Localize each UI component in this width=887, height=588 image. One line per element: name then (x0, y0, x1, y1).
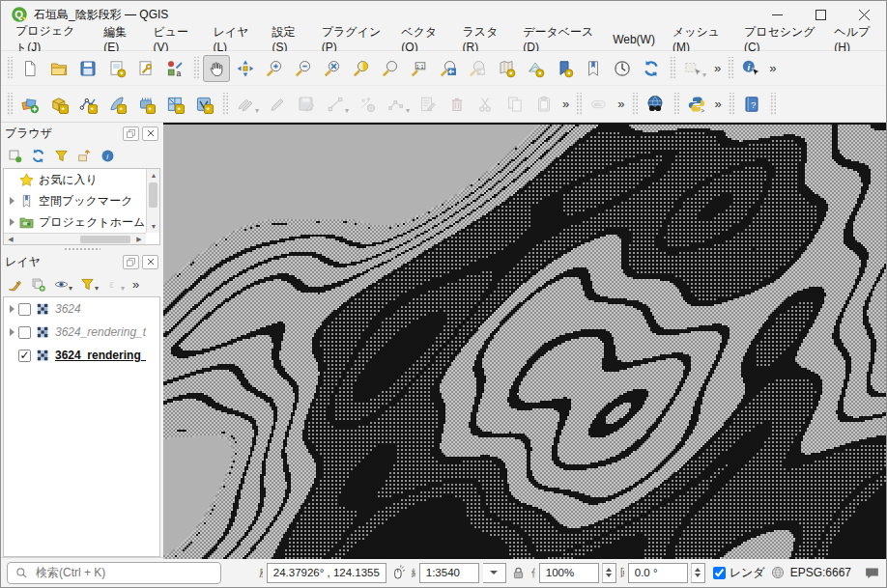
layer-row-3624_rendering_h[interactable]: ✓3624_rendering_h (4, 344, 146, 367)
new-map-view-button[interactable] (493, 55, 520, 82)
digitize-segment-button[interactable]: ▾ (322, 91, 352, 118)
layer-visibility-checkbox[interactable] (18, 326, 31, 339)
crs-status[interactable]: EPSG:6667 (790, 566, 851, 579)
new-mesh-layer-button[interactable]: * (190, 91, 217, 118)
new-gpx-layer-button[interactable]: * (103, 91, 130, 118)
modify-attributes-button[interactable] (415, 91, 442, 118)
identify-features-button[interactable]: i (737, 55, 764, 82)
dock-splitter[interactable] (3, 245, 160, 252)
new-geopackage-layer-button[interactable]: * (45, 91, 72, 118)
style-brush-button[interactable] (4, 273, 25, 294)
magnifier-spinner[interactable] (602, 563, 616, 583)
browser-item-bookmark[interactable]: 空間ブックマーク (4, 190, 146, 211)
data-source-manager-button[interactable] (16, 91, 43, 118)
new-spatial-bookmark-button[interactable] (551, 55, 578, 82)
coordinate-value[interactable] (272, 566, 382, 579)
layer-row-3624_rendering_t[interactable]: 3624_rendering_t (4, 321, 146, 344)
toolbar-handle[interactable] (221, 93, 228, 116)
refresh-button[interactable] (638, 55, 665, 82)
delete-selected-button[interactable] (444, 91, 471, 118)
new-project-button[interactable] (16, 55, 43, 82)
toolbar-overflow-button[interactable]: » (765, 61, 779, 75)
expander-icon[interactable] (6, 328, 17, 336)
new-virtual-layer-button[interactable]: * (161, 91, 188, 118)
messages-icon[interactable] (863, 564, 880, 581)
toolbar-handle[interactable] (6, 57, 13, 80)
filter-browser-button[interactable] (50, 145, 72, 166)
save-layer-edits-button[interactable] (293, 91, 320, 118)
new-shapefile-layer-button[interactable]: * (74, 91, 101, 118)
new-print-layout-button[interactable] (103, 55, 130, 82)
lock-scale-icon[interactable] (510, 564, 528, 581)
open-project-button[interactable] (45, 55, 72, 82)
toolbar-overflow-button[interactable]: » (710, 61, 724, 75)
add-selected-layer-button[interactable] (4, 145, 25, 166)
help-contents-button[interactable]: ? (738, 91, 765, 118)
coordinate-box[interactable] (267, 563, 386, 583)
filter-expression-button[interactable]: ε▾ (102, 273, 127, 294)
browser-item-star[interactable]: お気に入り (4, 169, 146, 190)
rotation-value[interactable] (633, 566, 687, 579)
zoom-out-button[interactable] (290, 55, 317, 82)
zoom-next-button[interactable] (464, 55, 491, 82)
map-canvas[interactable] (163, 123, 887, 559)
layers-overflow-button[interactable]: » (129, 277, 142, 292)
expander-icon[interactable] (6, 305, 17, 313)
layer-visibility-checkbox[interactable]: ✓ (18, 350, 31, 362)
scale-value[interactable] (424, 566, 474, 579)
dropdown-arrow-icon[interactable]: ▾ (406, 107, 410, 115)
zoom-last-button[interactable] (435, 55, 462, 82)
browser-item-project-home[interactable]: プロジェクトホーム (4, 211, 146, 233)
toolbar-overflow-button[interactable]: » (614, 97, 627, 111)
layers-close-icon[interactable] (142, 255, 158, 269)
python-console-button[interactable]: > (683, 91, 710, 118)
toolbar-handle[interactable] (192, 57, 199, 80)
cut-features-button[interactable] (472, 91, 500, 118)
paste-features-button[interactable] (530, 91, 558, 118)
rotation-spinner[interactable] (691, 563, 705, 583)
dropdown-arrow-icon[interactable]: ▾ (702, 71, 706, 79)
render-checkbox[interactable] (713, 567, 726, 579)
select-features-button[interactable]: ▾ (679, 55, 709, 82)
save-project-button[interactable] (74, 55, 101, 82)
layout-manager-button[interactable] (132, 55, 159, 82)
layers-float-icon[interactable] (123, 255, 139, 269)
scale-dropdown[interactable] (483, 563, 506, 583)
toolbar-overflow-button[interactable]: » (558, 97, 572, 111)
map-themes-button[interactable]: ▾ (50, 273, 74, 294)
rotation-box[interactable] (628, 563, 688, 583)
zoom-native-button[interactable]: 1:1 (406, 55, 433, 82)
browser-horizontal-scrollbar[interactable]: ◀▶ (4, 233, 146, 244)
toolbar-handle[interactable] (669, 57, 675, 80)
search-input[interactable] (34, 565, 215, 580)
toggle-editing-button[interactable] (264, 91, 291, 118)
style-manager-button[interactable]: a (161, 55, 188, 82)
magnifier-value[interactable] (544, 566, 598, 579)
temporal-controller-button[interactable] (609, 55, 636, 82)
crs-globe-icon[interactable] (769, 564, 787, 581)
toolbar-handle[interactable] (727, 57, 733, 80)
browser-float-icon[interactable] (123, 126, 139, 141)
dropdown-arrow-icon[interactable]: ▾ (69, 285, 72, 293)
new-3d-map-view-button[interactable] (522, 55, 549, 82)
vertex-tool-button[interactable]: ▾ (383, 91, 413, 118)
toolbar-handle[interactable] (728, 93, 734, 116)
zoom-to-selection-button[interactable] (348, 55, 375, 82)
toolbar-handle[interactable] (672, 93, 679, 116)
browser-vertical-scrollbar[interactable]: ▲ ▼ (146, 169, 159, 233)
zoom-to-layer-button[interactable] (377, 55, 404, 82)
refresh-browser-button[interactable] (27, 145, 48, 166)
show-bookmarks-button[interactable] (580, 55, 607, 82)
collapse-all-button[interactable] (73, 145, 95, 166)
metasearch-button[interactable] (642, 91, 669, 118)
copy-features-button[interactable] (501, 91, 529, 118)
dropdown-arrow-icon[interactable]: ▾ (95, 285, 99, 293)
menu-item-9[interactable]: Web(W) (604, 30, 664, 49)
new-temp-layer-button[interactable]: * (132, 91, 159, 118)
mouse-tracking-icon[interactable] (390, 564, 408, 581)
layer-labeling-button[interactable]: abc (586, 91, 613, 118)
layer-visibility-checkbox[interactable] (18, 303, 31, 316)
expander-icon[interactable] (6, 218, 17, 226)
zoom-full-button[interactable] (319, 55, 346, 82)
toolbar-overflow-button[interactable]: » (711, 97, 725, 111)
